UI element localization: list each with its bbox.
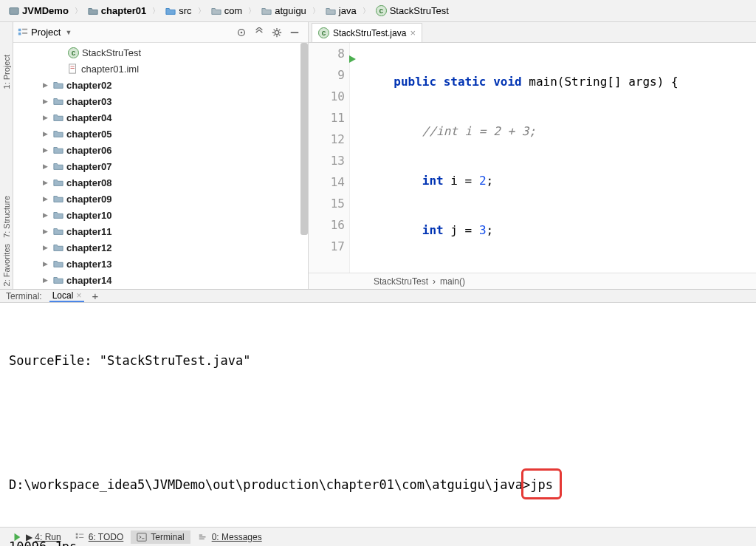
- code-editor[interactable]: 891011121314151617 public static void ma…: [309, 43, 756, 273]
- editor-tab-label: StackStruTest.java: [333, 28, 406, 38]
- tree-item-chapter08[interactable]: ▶chapter08: [13, 174, 308, 191]
- module-folder-icon: [53, 145, 63, 155]
- gutter-line[interactable]: 17: [309, 236, 345, 257]
- module-folder-icon: [53, 129, 63, 139]
- crumb-class[interactable]: c StackStruTest: [373, 4, 452, 18]
- crumb-java[interactable]: java: [323, 4, 360, 18]
- terminal-add-icon[interactable]: +: [92, 290, 98, 302]
- module-folder-icon: [53, 177, 63, 188]
- svg-rect-1: [18, 28, 21, 31]
- scrollbar-thumb[interactable]: [300, 43, 308, 235]
- gutter-line[interactable]: 8: [309, 43, 345, 64]
- chevron-right-icon: ▶: [43, 244, 50, 251]
- crumb-src[interactable]: src: [162, 4, 194, 18]
- gutter-line[interactable]: 15: [309, 193, 345, 214]
- gutter-line[interactable]: 13: [309, 150, 345, 171]
- left-toolstrip: 1: Project 7: Structure 2: Favorites: [0, 22, 13, 289]
- tree-item-chapter04[interactable]: ▶chapter04: [13, 109, 308, 126]
- tree-item-chapter11[interactable]: ▶chapter11: [13, 223, 308, 239]
- chevron-right-icon: ▶: [43, 146, 50, 154]
- crumb-sep: 〉: [75, 6, 82, 16]
- tree-item-chapter03[interactable]: ▶chapter03: [13, 93, 308, 109]
- tree-item-chapter10[interactable]: ▶chapter10: [13, 207, 308, 223]
- editor-crumb-class[interactable]: StackStruTest: [374, 276, 428, 287]
- chevron-right-icon: ▶: [43, 195, 50, 202]
- chevron-right-icon: ▶: [43, 179, 50, 186]
- hide-icon[interactable]: [289, 27, 300, 38]
- terminal-line: SourceFile: "StackStruTest.java": [9, 350, 747, 371]
- crumb-atguigu[interactable]: atguigu: [258, 4, 309, 18]
- gear-icon[interactable]: [271, 27, 283, 38]
- svg-rect-10: [71, 66, 75, 67]
- module-folder-icon: [53, 242, 63, 253]
- folder-icon: [326, 6, 336, 16]
- tree-item-chapter12[interactable]: ▶chapter12: [13, 239, 308, 256]
- svg-rect-11: [71, 68, 75, 69]
- dropdown-caret-icon[interactable]: ▼: [65, 29, 72, 36]
- svg-rect-3: [22, 28, 27, 30]
- project-header: Project ▼: [13, 22, 308, 43]
- gutter: 891011121314151617: [309, 43, 350, 273]
- module-folder-icon: [53, 80, 63, 90]
- svg-point-6: [241, 31, 243, 33]
- gutter-line[interactable]: 16: [309, 214, 345, 236]
- crumb-jvmdemo[interactable]: JVMDemo: [6, 4, 72, 18]
- code[interactable]: public static void main(String[] args) {…: [350, 43, 756, 273]
- tree-item-chapter09[interactable]: ▶chapter09: [13, 191, 308, 207]
- class-icon: c: [376, 5, 387, 16]
- gutter-run-icon[interactable]: [348, 49, 357, 70]
- chevron-right-icon: ▶: [43, 211, 50, 219]
- svg-rect-4: [22, 33, 27, 34]
- project-tree[interactable]: cStackStruTestchapter01.iml▶chapter02▶ch…: [13, 43, 308, 289]
- crumb-chapter01[interactable]: chapter01: [85, 4, 149, 18]
- breadcrumb: JVMDemo 〉 chapter01 〉 src 〉 com 〉 atguig…: [0, 0, 756, 22]
- terminal-tabs: Terminal: Local × +: [0, 290, 756, 303]
- tree-item-chapter13[interactable]: ▶chapter13: [13, 256, 308, 272]
- favorites-tool-tab[interactable]: 2: Favorites: [1, 241, 12, 289]
- gutter-line[interactable]: 11: [309, 107, 345, 129]
- module-folder-icon: [53, 275, 63, 285]
- locate-icon[interactable]: [236, 27, 247, 38]
- chevron-right-icon: ▶: [43, 98, 50, 105]
- close-tab-icon[interactable]: ×: [410, 27, 416, 38]
- tree-item-chapter07[interactable]: ▶chapter07: [13, 158, 308, 174]
- editor-tabs: c StackStruTest.java ×: [309, 22, 756, 43]
- chevron-right-icon: ▶: [43, 163, 50, 170]
- terminal-tab-local[interactable]: Local ×: [49, 290, 85, 302]
- tree-item-chapter14[interactable]: ▶chapter14: [13, 272, 308, 288]
- crumb-com[interactable]: com: [208, 4, 246, 18]
- folder-icon: [211, 6, 221, 16]
- src-folder-icon: [165, 6, 176, 16]
- editor-crumb-method[interactable]: main(): [440, 276, 465, 287]
- terminal-body[interactable]: SourceFile: "StackStruTest.java" D:\work…: [0, 303, 756, 546]
- structure-tool-tab[interactable]: 7: Structure: [1, 193, 12, 241]
- tree-item-chapter01-iml[interactable]: chapter01.iml: [13, 61, 308, 77]
- chevron-right-icon: ▶: [43, 114, 50, 121]
- svg-rect-8: [291, 32, 299, 33]
- gutter-line[interactable]: 14: [309, 171, 345, 193]
- svg-rect-2: [18, 33, 21, 35]
- terminal-line: D:\workspace_idea5\JVMDemo\out\productio…: [9, 474, 747, 495]
- module-icon: [9, 6, 19, 16]
- editor-tab-stackstrutest[interactable]: c StackStruTest.java ×: [312, 23, 422, 42]
- tree-item-chapter06[interactable]: ▶chapter06: [13, 142, 308, 158]
- chevron-right-icon: ▶: [43, 228, 50, 235]
- gutter-line[interactable]: 10: [309, 86, 345, 107]
- chevron-right-icon: ▶: [43, 260, 50, 267]
- project-tool-tab[interactable]: 1: Project: [1, 52, 12, 92]
- project-title: Project: [31, 27, 61, 38]
- gutter-line[interactable]: 9: [309, 64, 345, 86]
- tree-item-chapter02[interactable]: ▶chapter02: [13, 77, 308, 93]
- collapse-icon[interactable]: [253, 27, 265, 38]
- class-icon: c: [318, 27, 329, 38]
- module-folder-icon: [53, 210, 63, 220]
- gutter-line[interactable]: 12: [309, 129, 345, 150]
- terminal-line: [9, 412, 747, 433]
- close-icon[interactable]: ×: [76, 290, 81, 301]
- svg-point-7: [275, 30, 278, 34]
- folder-icon: [261, 6, 272, 16]
- tree-item-chapter05[interactable]: ▶chapter05: [13, 126, 308, 142]
- iml-icon: [68, 64, 78, 74]
- tree-item-StackStruTest[interactable]: cStackStruTest: [13, 44, 308, 61]
- terminal-line: 10096 Jps: [9, 536, 747, 546]
